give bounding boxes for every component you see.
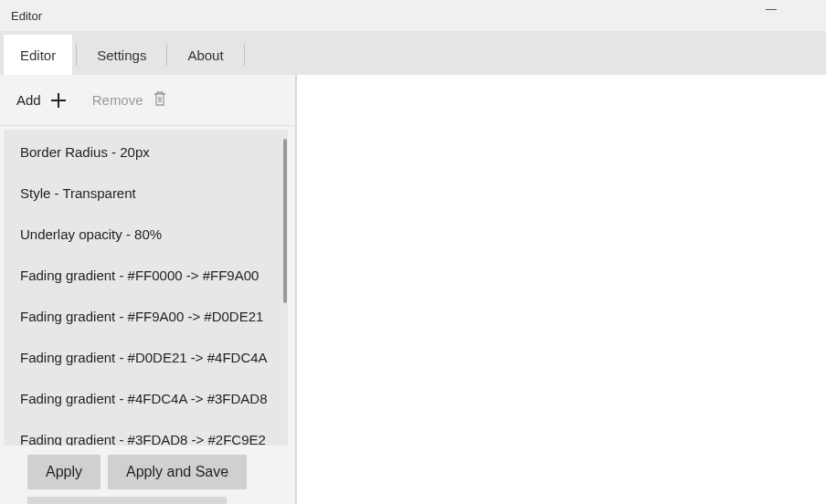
content: Add Remove Border Radius - 20px Style - …	[0, 75, 826, 504]
tab-editor[interactable]: Editor	[4, 35, 72, 75]
window-title: Editor	[11, 9, 42, 23]
list-item[interactable]: Fading gradient - #FF9A00 -> #D0DE21	[4, 296, 288, 337]
main-area	[297, 75, 826, 504]
list-item[interactable]: Border Radius - 20px	[4, 131, 288, 173]
tab-divider	[244, 44, 245, 66]
list-item[interactable]: Style - Transparent	[4, 173, 288, 214]
plus-icon	[50, 92, 67, 109]
add-label: Add	[16, 92, 41, 108]
apply-save-button[interactable]: Apply and Save	[108, 455, 247, 489]
scrollbar[interactable]	[283, 139, 287, 303]
remove-button[interactable]: Remove	[92, 90, 167, 110]
tabstrip: Editor Settings About	[0, 31, 826, 75]
tab-divider	[166, 44, 167, 66]
list-item[interactable]: Fading gradient - #D0DE21 -> #4FDC4A	[4, 337, 288, 378]
list-items: Border Radius - 20px Style - Transparent…	[4, 130, 288, 446]
action-row: Apply Apply and Save	[0, 449, 295, 497]
add-button[interactable]: Add	[16, 92, 67, 109]
tab-settings[interactable]: Settings	[80, 35, 163, 75]
trash-icon	[153, 90, 167, 110]
titlebar: Editor	[0, 0, 826, 31]
panel-toolbar: Add Remove	[0, 75, 295, 126]
settings-list: Border Radius - 20px Style - Transparent…	[4, 130, 288, 446]
remove-label: Remove	[92, 92, 143, 108]
ghost-button[interactable]	[27, 497, 227, 504]
apply-button[interactable]: Apply	[27, 455, 101, 489]
list-item[interactable]: Fading gradient - #4FDC4A -> #3FDAD8	[4, 378, 288, 419]
list-wrap: Border Radius - 20px Style - Transparent…	[0, 126, 295, 449]
left-panel: Add Remove Border Radius - 20px Style - …	[0, 75, 297, 504]
tab-divider	[76, 44, 77, 66]
action-row-secondary	[0, 497, 295, 504]
tab-about[interactable]: About	[171, 35, 239, 75]
list-item[interactable]: Fading gradient - #FF0000 -> #FF9A00	[4, 255, 288, 296]
minimize-icon[interactable]	[766, 9, 777, 10]
list-item[interactable]: Fading gradient - #3FDAD8 -> #2FC9E2	[4, 419, 288, 446]
list-item[interactable]: Underlay opacity - 80%	[4, 214, 288, 255]
